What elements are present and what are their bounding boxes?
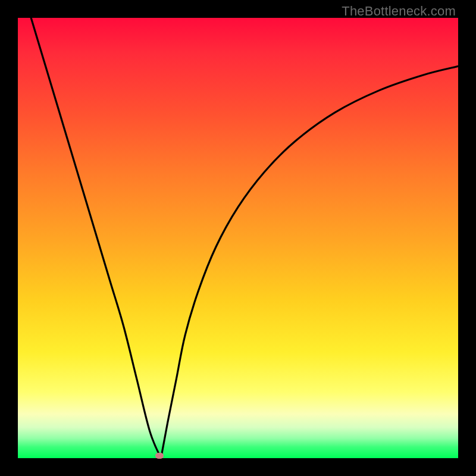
minimum-marker <box>155 453 164 459</box>
watermark-text: TheBottleneck.com <box>342 4 456 19</box>
curve-right-branch <box>161 66 459 458</box>
chart-frame: TheBottleneck.com <box>0 0 476 476</box>
curve-left-branch <box>31 18 161 458</box>
plot-area <box>18 18 458 458</box>
bottleneck-curve <box>18 18 458 458</box>
